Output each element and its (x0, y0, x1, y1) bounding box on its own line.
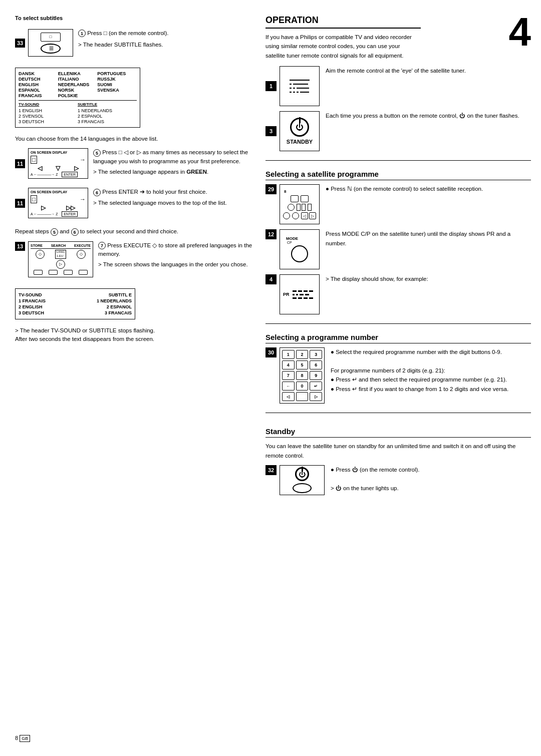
sat-right: ▷ (309, 212, 316, 219)
language-table: DANSK DEUTSCH ENGLISH ESPANOL FRANCAIS E… (15, 68, 140, 128)
numpad-1[interactable]: 1 (282, 350, 295, 359)
lang-norsk: NORSK (58, 88, 98, 93)
circle-5b: 5 (51, 228, 58, 236)
line-short (297, 88, 309, 89)
operation-title: OPERATION (265, 15, 421, 29)
step-33-text: 1 Press □ (on the remote control). > The… (78, 29, 168, 50)
step-3-text: Each time you press a button on the remo… (326, 111, 519, 120)
subtitle-row1: 1 NEDERLANDS (78, 108, 137, 113)
lang-ellenika: ELLENIKA (58, 71, 98, 76)
badge-29: 29 (265, 184, 277, 194)
exec-row2: ▷ (31, 260, 91, 269)
pr-seg-row1 (293, 290, 313, 292)
exec-execute: EXECUTE (74, 244, 91, 247)
tvsound-header: TV-SOUND (19, 102, 78, 107)
step-1-text: Aim the remote control at the 'eye' of t… (326, 66, 466, 75)
step-13-row: 13 STORE SEARCH EXECUTE ◇ LANG1.EU ◇ (15, 241, 255, 277)
numpad-6[interactable]: 6 (310, 360, 322, 369)
step7-text: 7 Press EXECUTE ◇ to store all prefered … (98, 241, 255, 269)
sat-cross2 (308, 204, 312, 211)
lang-svenska: SVENSKA (97, 88, 137, 93)
lang-col-3: PORTUGUES RUSSJK SUOMI SVENSKA (97, 71, 137, 98)
osd-arrow-right-b: → (80, 196, 86, 203)
sat-circle-3 (292, 212, 299, 219)
osd-square-icon: □ (31, 156, 37, 164)
step-30-text: ● Select the required programme number w… (331, 347, 508, 394)
osd-az-row: A ←————→ Z ENTER (31, 173, 86, 176)
osd-play-b: ▷ (41, 204, 46, 211)
numpad-5[interactable]: 5 (296, 360, 309, 369)
seg3b (298, 297, 302, 299)
remote-33-image: □ ≡ (28, 29, 73, 57)
dot5 (293, 92, 295, 93)
lang-suomi: SUOMI (97, 82, 137, 87)
numpad-next[interactable]: ▷ (310, 392, 322, 401)
pr-text: PR (283, 292, 290, 297)
fosd-tvsound-hdr: TV-SOUND (19, 292, 42, 297)
standby-btn-text: Press ⏻ (on the remote control). (336, 467, 419, 473)
exec-bottom (31, 270, 91, 275)
fosd-sub1: 1 NEDERLANDS (97, 298, 132, 303)
badge-3: 3 (265, 126, 277, 136)
remote32-content: ⏻ (293, 467, 312, 493)
osd-enter-btn: ENTER (62, 172, 78, 177)
numpad-4[interactable]: 4 (282, 360, 295, 369)
numpad-back[interactable]: ← (282, 382, 295, 391)
dot3 (293, 88, 295, 89)
step5-text: 5 Press □ ◁ or ▷ as many times as necess… (93, 148, 255, 176)
circle-1: 1 (78, 30, 86, 37)
sat-arrow-btns: ◁ ▷ (301, 212, 316, 219)
osd-remote-11a: ON SCREEN DISPLAY □ → ◁ ▽ ▷ A ←————→ Z E… (28, 148, 88, 179)
repeat-note: Repeat steps 5 and 6 to select your seco… (15, 227, 255, 236)
circle-6b: 6 (71, 228, 79, 236)
numpad-0[interactable]: 0 (296, 382, 309, 391)
step-32-text: ● Press ⏻ (on the remote control). > ⏻ o… (331, 465, 419, 493)
fosd-ts2: 2 ENGLISH (19, 304, 43, 309)
lang-nederlands: NEDERLANDS (58, 82, 98, 87)
lang-count-note: You can choose from the 14 languages in … (15, 135, 255, 143)
remote-lines-container (286, 76, 314, 97)
numpad-enter[interactable]: ↵ (310, 382, 322, 391)
step-12-text: Press MODE C/P on the satellite tuner) u… (326, 229, 531, 248)
numpad-bottom-row2: ◁ ▷ (282, 392, 322, 401)
fosd-row2: 2 ENGLISH 2 ESPANOL (19, 304, 132, 310)
mode-display-12: MODE CP (280, 229, 320, 269)
exec-remote-13: STORE SEARCH EXECUTE ◇ LANG1.EU ◇ ▷ (28, 241, 93, 277)
numpad-9[interactable]: 9 (310, 371, 322, 380)
numpad-prev[interactable]: ◁ (282, 392, 295, 401)
exec-search: SEARCH (51, 244, 66, 247)
standby-result: > ⏻ on the tuner lights up. (331, 485, 399, 491)
fosd-row3: 3 DEUTSCH 3 FRANCAIS (19, 310, 132, 316)
step-4-row: 4 PR (265, 274, 531, 314)
sat-section-title: Selecting a satellite programme (265, 170, 531, 180)
sat-btn-1 (291, 195, 299, 202)
exec-store: STORE (31, 244, 43, 247)
mode-circle (291, 245, 308, 262)
circle-5: 5 (93, 149, 101, 157)
numpad-8[interactable]: 8 (296, 371, 309, 380)
step7-result: > The screen shows the languages in the … (98, 260, 255, 269)
step-4-text: > The display should show, for example: (326, 274, 428, 283)
numpad-bottom-row1: ← 0 ↵ (282, 382, 322, 391)
page-number: 8 GB (15, 725, 255, 741)
seg1d (309, 290, 313, 292)
numpad-3[interactable]: 3 (310, 350, 322, 359)
pr-segments (293, 290, 313, 299)
osd-nav-arrows: ◁ ▽ ▷ (31, 165, 86, 172)
pr-display-4: PR (280, 274, 320, 314)
standby-box: ⏻ STANDBY (280, 111, 320, 151)
exec-sq1 (34, 270, 43, 275)
standby-circle: ⏻ (290, 118, 309, 137)
numpad-grid: 1 2 3 4 5 6 7 8 9 (282, 350, 322, 380)
badge-11b: 11 (15, 199, 25, 208)
dot1 (290, 84, 292, 85)
seg2b (296, 294, 298, 295)
numpad-2[interactable]: 2 (296, 350, 309, 359)
numpad-7[interactable]: 7 (282, 371, 295, 380)
step-33-instruction: 1 Press □ (on the remote control). (78, 30, 168, 36)
standby-section-title: Standby (265, 427, 531, 438)
prog-bullet1: Press ↵ and then select the required pro… (336, 376, 507, 383)
exec-title: STORE SEARCH EXECUTE (31, 244, 91, 249)
osd-title-11b: ON SCREEN DISPLAY (31, 190, 86, 194)
badge-1: 1 (265, 81, 277, 91)
